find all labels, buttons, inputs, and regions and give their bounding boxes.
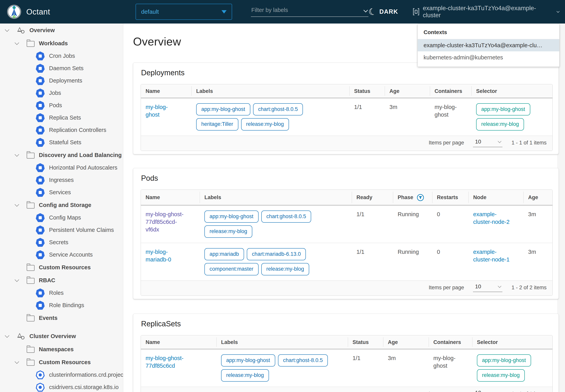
labels-filter-input[interactable] — [251, 7, 368, 17]
sidebar-item-label: Cron Jobs — [49, 53, 75, 59]
label-tag: component:master — [204, 263, 259, 275]
sidebar-item[interactable]: Persistent Volume Claims — [0, 224, 123, 236]
deployment-link[interactable]: my-blog-ghost — [146, 104, 168, 118]
sidebar-item[interactable]: Replication Controllers — [0, 124, 123, 136]
chevron-down-icon[interactable] — [15, 152, 19, 157]
sidebar-tree: OverviewWorkloadsCron JobsDaemon SetsDep… — [0, 24, 123, 392]
chevron-slot — [15, 279, 27, 281]
chevron-down-icon — [498, 391, 501, 392]
folder-icon — [27, 360, 34, 366]
column-header: Age — [383, 335, 429, 349]
sidebar-item[interactable]: Deployments — [0, 74, 123, 87]
chevron-down-icon[interactable] — [15, 202, 19, 207]
sidebar-item[interactable]: Roles — [0, 287, 123, 299]
deployments-table: Name Labels Status Age Containers Select… — [141, 84, 553, 151]
node-link[interactable]: example-cluster-node-1 — [473, 249, 509, 263]
containers-cell: my-blog-ghost — [429, 349, 472, 387]
sidebar-item-label: Deployments — [49, 77, 82, 84]
sidebar-item[interactable]: Horizontal Pod Autoscalers — [0, 162, 123, 174]
theme-toggle[interactable]: ☾ DARK — [368, 7, 398, 16]
sidebar-item-label: Discovery and Load Balancing — [39, 152, 122, 158]
chevron-down-icon[interactable] — [15, 278, 19, 282]
pod-link[interactable]: my-blog-ghost-77df85c6cd-vf6dx — [146, 211, 183, 233]
chevron-slot — [5, 335, 17, 337]
labels-cell: app:my-blog-ghostchart:ghost-8.0.5releas… — [221, 354, 343, 382]
sidebar-item[interactable]: Service Accounts — [0, 249, 123, 261]
octant-app: Octant default ☾ DARK example-cluster-ka… — [0, 0, 565, 392]
pods-table: Name Labels Ready Phase Restarts Node — [141, 190, 553, 296]
chevron-down-icon[interactable] — [15, 41, 19, 45]
context-menu-item[interactable]: kubernetes-admin@kubernetes — [418, 51, 559, 64]
node-link[interactable]: example-cluster-node-2 — [473, 211, 509, 225]
objects-icon — [17, 332, 25, 340]
ready-cell: 1/1 — [352, 205, 393, 243]
column-header: Name — [141, 84, 192, 98]
sidebar-item[interactable]: Namespaces — [0, 343, 123, 356]
context-switcher[interactable]: example-cluster-ka3TuTzYo4a@example-clus… — [413, 5, 559, 19]
sidebar-item-label: csidrivers.csi.storage.k8s.io — [49, 384, 119, 391]
sidebar-item-label: Cluster Overview — [30, 333, 76, 339]
selector-tag: release:my-blog — [477, 369, 525, 381]
card-title: Deployments — [141, 69, 553, 77]
sidebar-item[interactable]: Overview — [0, 24, 123, 37]
column-header: Status — [348, 335, 383, 349]
sidebar-item[interactable]: Stateful Sets — [0, 136, 123, 149]
theme-toggle-label: DARK — [379, 8, 398, 15]
contexts-menu: Contexts example-cluster-ka3TuTzYo4a@exa… — [417, 24, 560, 67]
chevron-down-icon[interactable] — [15, 360, 19, 364]
label-tag: release:my-blog — [204, 225, 252, 238]
chevron-down-icon[interactable] — [5, 333, 9, 338]
chevron-slot — [15, 204, 27, 206]
column-header: Restarts — [432, 190, 468, 205]
pagination-range: 1 - 1 of 1 items — [511, 391, 547, 392]
page-size-select[interactable]: 10 — [473, 283, 502, 292]
k8s-icon — [36, 52, 45, 61]
sidebar-item[interactable]: Events — [0, 311, 123, 324]
sidebar-item[interactable]: Jobs — [0, 87, 123, 99]
pod-link[interactable]: my-blog-mariadb-0 — [146, 249, 171, 263]
sidebar-item[interactable]: clusterinformations.crd.projec — [0, 369, 123, 381]
context-menu-item[interactable]: example-cluster-ka3TuTzYo4a@example-clu… — [418, 39, 559, 51]
label-tag: chart:ghost-8.0.5 — [253, 103, 303, 115]
sidebar-item-label: Replication Controllers — [49, 127, 106, 133]
sidebar-item[interactable]: Services — [0, 186, 123, 198]
k8s-icon — [36, 176, 45, 185]
replicasets-table: Name Labels Status Age Containers Select… — [141, 335, 553, 392]
page-size-select[interactable]: 10 — [473, 139, 502, 147]
page-size-select[interactable]: 10 — [473, 390, 502, 392]
sidebar-item[interactable]: Cron Jobs — [0, 50, 123, 62]
label-tag: app:my-blog-ghost — [221, 354, 275, 366]
octant-logo-icon — [7, 4, 22, 19]
replicaset-link[interactable]: my-blog-ghost-77df85c6cd — [146, 355, 183, 369]
sidebar-item[interactable]: Pods — [0, 99, 123, 112]
sidebar-item[interactable]: Replica Sets — [0, 112, 123, 124]
sidebar-item[interactable]: Ingresses — [0, 174, 123, 186]
sidebar-item[interactable]: Workloads — [0, 37, 123, 50]
sidebar-item[interactable]: Discovery and Load Balancing — [0, 149, 123, 162]
sidebar-item[interactable]: Config Maps — [0, 211, 123, 224]
labels-cell: app:my-blog-ghostchart:ghost-8.0.5releas… — [204, 210, 347, 238]
sidebar-item[interactable]: Config and Storage — [0, 198, 123, 211]
chevron-down-icon[interactable] — [5, 28, 9, 32]
sidebar-item[interactable]: Cluster Overview — [0, 329, 123, 343]
sidebar-item[interactable]: RBAC — [0, 274, 123, 287]
sidebar-item[interactable]: csidrivers.csi.storage.k8s.io — [0, 381, 123, 392]
k8s-outline-icon — [36, 383, 45, 392]
chevron-slot — [15, 42, 27, 44]
chevron-slot — [15, 361, 27, 363]
sidebar-item[interactable]: Custom Resources — [0, 356, 123, 369]
selector-tag: app:my-blog-ghost — [477, 354, 531, 366]
phase-cell: Running — [393, 205, 432, 243]
sidebar-item[interactable]: Secrets — [0, 236, 123, 249]
label-tag: heritage:Tiller — [196, 118, 238, 130]
filter-icon[interactable] — [416, 194, 424, 201]
sidebar-item[interactable]: Daemon Sets — [0, 62, 123, 74]
sidebar-item[interactable]: Role Bindings — [0, 299, 123, 311]
label-tag: app:mariadb — [204, 248, 244, 260]
k8s-icon — [36, 250, 45, 259]
namespace-select[interactable]: default — [135, 4, 232, 20]
sidebar-item[interactable]: Custom Resources — [0, 261, 123, 274]
chevron-down-icon — [498, 140, 501, 143]
restarts-cell: 0 — [432, 205, 468, 243]
pagination-range: 1 - 2 of 2 items — [511, 285, 547, 291]
